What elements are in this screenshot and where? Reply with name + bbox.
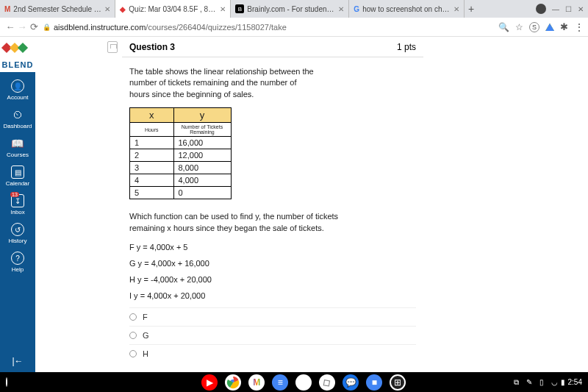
table-row: 212,000: [130, 149, 232, 162]
main-content: BLEND 👤 Account ⏲ Dashboard 📖 Courses ▤ …: [0, 37, 588, 372]
nav-sidebar: BLEND 👤 Account ⏲ Dashboard 📖 Courses ▤ …: [0, 37, 35, 372]
google-icon: G: [354, 5, 359, 13]
close-icon[interactable]: ✕: [104, 5, 110, 13]
gmail-app-icon[interactable]: M: [248, 374, 265, 391]
menu-icon[interactable]: ⋮: [574, 21, 584, 33]
tab-title: 2nd Semester Schedule - brand: [13, 5, 101, 13]
account-icon: 👤: [11, 79, 24, 93]
media-icon[interactable]: [536, 4, 546, 14]
chrome-app-icon[interactable]: [225, 374, 241, 391]
option-text-g: G y = 4,000x + 16,000: [129, 259, 416, 268]
docs-app-icon[interactable]: ≡: [272, 374, 288, 391]
data-table: xy HoursNumber of Tickets Remaining 116,…: [129, 107, 232, 199]
overview-icon[interactable]: ⧉: [514, 378, 519, 387]
sidebar-item-dashboard[interactable]: ⏲ Dashboard: [3, 108, 32, 129]
table-header-x: x: [130, 108, 174, 123]
app-icon[interactable]: ⊞: [390, 374, 406, 391]
browser-tab[interactable]: B Brainly.com - For students. By s ✕: [231, 0, 349, 18]
close-icon[interactable]: ✕: [338, 5, 344, 13]
table-subheader-x: Hours: [130, 123, 174, 137]
sidebar-collapse-button[interactable]: |←: [12, 356, 23, 366]
new-tab-button[interactable]: +: [465, 3, 478, 15]
calendar-icon: ▤: [11, 165, 24, 179]
radio-icon[interactable]: [129, 332, 137, 339]
radio-icon[interactable]: [129, 350, 137, 357]
brand-logo[interactable]: BLEND: [0, 37, 35, 72]
back-button[interactable]: ←: [4, 21, 16, 32]
wifi-icon: ◡: [551, 378, 558, 386]
extensions-icon[interactable]: ✱: [560, 21, 568, 32]
close-icon[interactable]: ✕: [220, 5, 226, 13]
flag-question-button[interactable]: [107, 41, 118, 53]
sidebar-item-label: Courses: [7, 152, 29, 158]
table-row: 44,000: [130, 174, 232, 187]
play-store-icon[interactable]: ▶: [295, 374, 312, 391]
maximize-icon[interactable]: ☐: [565, 5, 572, 13]
clock: 2:54: [568, 378, 582, 386]
question-number: Question 3: [129, 42, 175, 52]
launcher-button[interactable]: [6, 377, 7, 387]
table-row: 50: [130, 187, 232, 199]
zoom-app-icon[interactable]: ■: [366, 374, 382, 391]
sidebar-item-label: History: [9, 238, 27, 244]
browser-tab[interactable]: G how to screenshot on chromeb ✕: [349, 0, 465, 18]
sidebar-item-inbox[interactable]: ↧ 13 Inbox: [10, 194, 25, 215]
sidebar-item-label: Calendar: [6, 180, 29, 187]
sidebar-item-label: Help: [12, 266, 24, 273]
messages-app-icon[interactable]: 💬: [343, 374, 359, 391]
help-icon: ?: [11, 252, 24, 265]
pen-icon[interactable]: ✎: [526, 378, 532, 386]
option-text-h: H y = -4,000x + 20,000: [129, 275, 416, 284]
browser-tab-active[interactable]: ◆ Quiz: Mar 03/04 8.5F , 8.5I Slop ✕: [115, 0, 231, 18]
forward-button: →: [16, 21, 28, 32]
browser-tab[interactable]: M 2nd Semester Schedule - brand ✕: [0, 0, 115, 18]
extension-s-icon[interactable]: S: [529, 22, 539, 32]
brand-text: BLEND: [0, 60, 35, 69]
lock-icon[interactable]: 🔒: [43, 24, 51, 31]
sidebar-item-history[interactable]: ↺ History: [9, 223, 27, 244]
sidebar-item-label: Account: [7, 94, 29, 101]
history-icon: ↺: [11, 223, 24, 236]
close-icon[interactable]: ✕: [453, 5, 459, 13]
sidebar-item-account[interactable]: 👤 Account: [7, 79, 29, 101]
status-tray[interactable]: ◡ ▮ 2:54: [551, 378, 582, 386]
minimize-icon[interactable]: —: [552, 5, 559, 13]
table-row: 116,000: [130, 137, 232, 149]
window-close-icon[interactable]: ✕: [578, 5, 584, 13]
star-icon[interactable]: ☆: [515, 22, 523, 32]
sidebar-item-calendar[interactable]: ▤ Calendar: [6, 165, 29, 187]
canvas-icon: ◆: [120, 5, 126, 13]
answer-choice-h[interactable]: H: [129, 344, 416, 363]
radio-icon[interactable]: [129, 313, 137, 321]
quiz-content: Question 3 1 pts The table shows the lin…: [35, 37, 588, 372]
brainly-icon: B: [235, 4, 244, 13]
table-row: 38,000: [130, 162, 232, 174]
tab-title: Brainly.com - For students. By s: [247, 5, 335, 13]
table-header-y: y: [173, 108, 231, 123]
sidebar-item-help[interactable]: ? Help: [11, 252, 24, 273]
reload-button[interactable]: ⟳: [28, 21, 40, 32]
question-intro: The table shows the linear relationship …: [129, 66, 416, 100]
roblox-app-icon[interactable]: ◻: [318, 373, 337, 391]
drive-icon[interactable]: [545, 24, 554, 31]
blend-logo-icon: [0, 44, 29, 59]
url-display[interactable]: aisdblend.instructure.com/courses/266404…: [54, 23, 287, 32]
question-points: 1 pts: [397, 42, 416, 52]
battery-icon: ▮: [561, 378, 565, 386]
sidebar-item-label: Dashboard: [3, 123, 32, 129]
answer-choice-f[interactable]: F: [129, 307, 416, 326]
phone-icon[interactable]: ▯: [539, 378, 544, 386]
sidebar-item-label: Inbox: [10, 209, 25, 215]
sidebar-item-courses[interactable]: 📖 Courses: [7, 137, 29, 158]
question-text: Which function can be used to find y, th…: [129, 211, 416, 234]
question-body: The table shows the linear relationship …: [122, 57, 423, 372]
option-text-i: I y = 4,000x + 20,000: [129, 291, 416, 300]
gmail-icon: M: [4, 5, 10, 13]
zoom-icon[interactable]: 🔍: [498, 22, 509, 32]
inbox-badge: 13: [10, 192, 19, 197]
answer-choice-g[interactable]: G: [129, 326, 416, 344]
option-text-f: F y = 4,000x + 5: [129, 243, 416, 252]
youtube-app-icon[interactable]: ▶: [201, 374, 218, 391]
tab-title: how to screenshot on chromeb: [362, 5, 451, 13]
answer-label: H: [143, 349, 148, 358]
